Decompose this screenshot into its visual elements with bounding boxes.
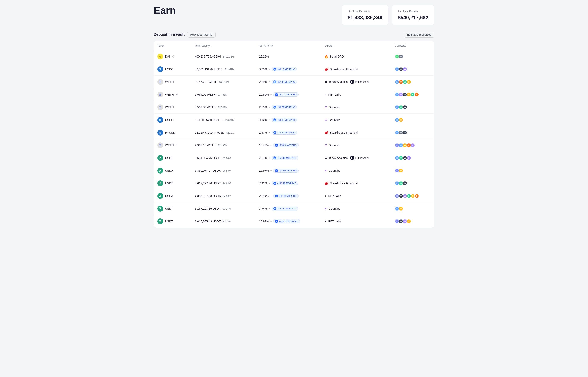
sort-icon: ↓	[211, 44, 213, 47]
total-borrow-value: $540,217,682	[398, 15, 428, 21]
collateral-cell: EUWS	[391, 215, 434, 228]
how-it-works-button[interactable]: How does it work?	[187, 32, 215, 38]
table-row[interactable]: Ξ WETH ✦ 2,987.18 WETH $11.35M13.43% ✦ M…	[154, 139, 434, 152]
morpho-badge: M +50.72 MORPHO	[272, 105, 297, 109]
col-net-apy[interactable]: Net APY ⚙	[256, 41, 321, 50]
curator-cell: 🥩Steakhouse Financial	[321, 126, 391, 139]
morpho-badge: M +158.13 MORPHO	[272, 156, 298, 160]
four-arrows-icon: ✦	[270, 220, 272, 223]
col-curator: Curator	[321, 41, 391, 50]
morpho-icon: M	[273, 68, 276, 71]
table-row[interactable]: A USDA 4,387,127.53 USDA $4.38M25.14% ✦ …	[154, 190, 434, 202]
table-row[interactable]: $ USDC 42,501,131.67 USDC $42.49M8.29% ✦…	[154, 63, 434, 76]
table-header-row: Token Total Supply ↓ Net APY ⚙ Curator C…	[154, 41, 434, 50]
four-arrows-icon: ✦	[268, 119, 270, 121]
morpho-icon: M	[273, 207, 276, 210]
curator-cell: 🏷Gauntlet	[321, 101, 391, 114]
apy-cell: 7.74% ✦ M +142.32 MORPHO	[256, 202, 321, 215]
edit-table-button[interactable]: Edit table properties	[404, 32, 435, 38]
collateral-icon: W	[403, 105, 407, 109]
collateral-cell: EUWSR	[391, 139, 434, 152]
curator-cell: ≡ RE7 Labs	[321, 88, 391, 101]
table-row[interactable]: A USDA 6,890,074.27 USDA $6.89M15.97% ✦ …	[154, 165, 434, 177]
collateral-cell: EUW	[391, 177, 434, 190]
four-arrows-icon: ✦	[270, 169, 272, 172]
apy-gear-icon: ⚙	[271, 44, 273, 47]
col-collateral: Collateral	[391, 41, 434, 50]
collateral-cell: EU	[391, 165, 434, 177]
table-row[interactable]: $ USDC 16,620,657.08 USDC $16.61M9.12% ✦…	[154, 114, 434, 126]
table-row[interactable]: Ξ WETH 10,573.97 WETH $40.19M2.29% ✦ M +…	[154, 76, 434, 88]
collateral-icon: U	[399, 206, 403, 211]
curator-cell: 🏷Gauntlet	[321, 202, 391, 215]
supply-cell: 3,015,885.43 USDT $3.02M	[191, 215, 255, 228]
table-row[interactable]: ◈ DAI ⓘ 400,235,769.46 DAI $401.32M15.22…	[154, 50, 434, 63]
stats-cards: Total Deposits $1,433,086,346 Total Borr…	[342, 5, 435, 25]
four-arrows-icon: ✦	[268, 207, 270, 210]
collateral-cell: EUWS	[391, 76, 434, 88]
supply-cell: 42,501,131.67 USDC $42.49M	[191, 63, 255, 76]
supply-cell: 9,631,984.75 USDT $9.64M	[191, 152, 255, 165]
collateral-icon: D	[414, 194, 419, 198]
page-title: Earn	[154, 5, 176, 16]
table-row[interactable]: Ξ WETH 4,582.39 WETH $17.42M2.59% ✦ M +5…	[154, 101, 434, 114]
supply-cell: 6,890,074.27 USDA $6.89M	[191, 165, 255, 177]
apy-cell: 16.97% ✦ M +120.73 MORPHO	[256, 215, 321, 228]
supply-cell: 16,620,657.08 USDC $16.61M	[191, 114, 255, 126]
collateral-cell: EUW	[391, 126, 434, 139]
collateral-cell: EU	[391, 114, 434, 126]
curator-cell: 🏷Gauntlet	[321, 165, 391, 177]
curator-cell: 🥩Steakhouse Financial	[321, 177, 391, 190]
total-borrow-card: Total Borrow $540,217,682	[392, 5, 435, 25]
morpho-icon: M	[273, 118, 276, 121]
morpho-icon: M	[275, 169, 278, 172]
col-total-supply[interactable]: Total Supply ↓	[191, 41, 255, 50]
curator-cell: 🏷Gauntlet	[321, 114, 391, 126]
apy-cell: 13.43% ✦ M +15.65 MORPHO	[256, 139, 321, 152]
table-row[interactable]: ₮ USDT 9,631,984.75 USDT $9.64M7.37% ✦ M…	[154, 152, 434, 165]
curator-cell: 🖥 Block Analitica B B.Protocol	[321, 76, 391, 88]
curator-cell: 🥩Steakhouse Financial	[321, 63, 391, 76]
morpho-badge: M +74.90 MORPHO	[273, 169, 299, 173]
collateral-icon: W	[403, 130, 407, 135]
deposit-icon	[348, 9, 351, 13]
collateral-icon: U	[399, 168, 403, 173]
collateral-icon: U	[399, 54, 403, 59]
morpho-badge: M +45.20 MORPHO	[272, 130, 297, 135]
apy-cell: 2.59% ✦ M +50.72 MORPHO	[256, 101, 321, 114]
table-row[interactable]: ₮ USDT 4,617,277.36 USDT $4.62M7.41% ✦ M…	[154, 177, 434, 190]
morpho-badge: M +15.65 MORPHO	[273, 143, 299, 147]
vault-table: Token Total Supply ↓ Net APY ⚙ Curator C…	[154, 41, 435, 228]
apy-cell: 15.22%	[256, 50, 321, 63]
four-arrows-icon: ✦	[270, 195, 272, 198]
apy-cell: 8.29% ✦ M +69.15 MORPHO	[256, 63, 321, 76]
token-cell: ₮ USDT	[154, 215, 192, 228]
sparkle-icon: ✦	[176, 93, 178, 96]
morpho-icon: M	[273, 156, 276, 159]
morpho-badge: M +69.15 MORPHO	[272, 67, 297, 71]
collateral-cell: EUWSRD	[391, 190, 434, 202]
collateral-icon: W	[403, 67, 407, 71]
four-arrows-icon: ✦	[268, 81, 270, 83]
supply-cell: 4,617,277.36 USDT $4.62M	[191, 177, 255, 190]
four-arrows-icon: ✦	[268, 106, 270, 109]
table-row[interactable]: Ξ WETH ✦ 9,964.02 WETH $37.88M10.50% ✦ M…	[154, 88, 434, 101]
morpho-badge: M +63.38 MORPHO	[272, 118, 297, 122]
table-row[interactable]: $ PYUSD 12,120,730.14 PYUSD $12.1M1.47% …	[154, 126, 434, 139]
token-cell: Ξ WETH ✦	[154, 88, 192, 101]
table-row[interactable]: ₮ USDT 3,167,103.16 USDT $3.17M7.74% ✦ M…	[154, 202, 434, 215]
four-arrows-icon: ✦	[268, 157, 270, 159]
info-icon: ⓘ	[173, 55, 175, 58]
table-row[interactable]: ₮ USDT 3,015,885.43 USDT $3.02M16.97% ✦ …	[154, 215, 434, 228]
token-cell: ₮ USDT	[154, 202, 192, 215]
four-arrows-icon: ✦	[268, 68, 270, 71]
morpho-badge: M +51.72 MORPHO	[273, 93, 299, 97]
apy-cell: 1.47% ✦ M +45.20 MORPHO	[256, 126, 321, 139]
four-arrows-icon: ✦	[270, 144, 272, 147]
curator-cell: ≡ RE7 Labs	[321, 190, 391, 202]
morpho-icon: M	[273, 131, 276, 134]
supply-cell: 4,387,127.53 USDA $4.38M	[191, 190, 255, 202]
morpho-badge: M +181.78 MORPHO	[272, 181, 298, 185]
morpho-icon: M	[273, 81, 276, 83]
morpho-icon: M	[275, 93, 278, 96]
